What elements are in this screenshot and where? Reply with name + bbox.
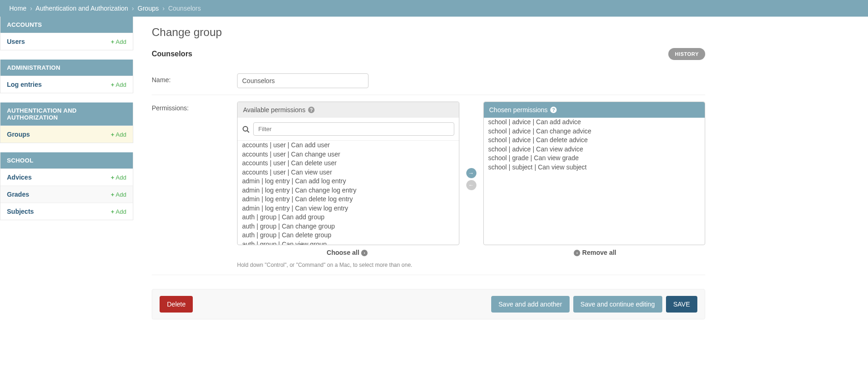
- permission-option[interactable]: accounts | user | Can add user: [238, 141, 459, 150]
- chevron-left-icon: ‹: [574, 250, 580, 256]
- sidebar-add-link[interactable]: + Add: [111, 174, 126, 181]
- available-list[interactable]: accounts | user | Can add useraccounts |…: [238, 141, 459, 245]
- sidebar-item: Users+ Add: [0, 33, 133, 50]
- breadcrumb-model[interactable]: Groups: [137, 5, 159, 12]
- sidebar-item: Subjects+ Add: [0, 203, 133, 220]
- sidebar-item: Grades+ Add: [0, 186, 133, 203]
- permission-option[interactable]: admin | log entry | Can delete log entry: [238, 195, 459, 204]
- chosen-title: Chosen permissions: [489, 106, 548, 114]
- page-title: Change group: [152, 26, 705, 39]
- chosen-list[interactable]: school | advice | Can add adviceschool |…: [484, 118, 705, 244]
- permission-option[interactable]: auth | group | Can change group: [238, 222, 459, 231]
- sidebar-item: Advices+ Add: [0, 168, 133, 186]
- sidebar-model-link[interactable]: Advices: [7, 174, 32, 181]
- field-name: Name:: [152, 67, 705, 95]
- plus-icon: +: [111, 191, 114, 198]
- save-button[interactable]: SAVE: [666, 296, 697, 313]
- sidebar-add-link[interactable]: + Add: [111, 208, 126, 215]
- field-permissions: Permissions: Available permissions ?: [152, 95, 705, 275]
- sidebar-model-link[interactable]: Users: [7, 38, 25, 45]
- submit-row: Delete Save and add another Save and con…: [152, 289, 705, 319]
- permission-option[interactable]: auth | group | Can delete group: [238, 231, 459, 240]
- selector-arrows: → ←: [466, 102, 476, 256]
- permission-option[interactable]: admin | log entry | Can view log entry: [238, 204, 459, 213]
- object-name: Counselors: [152, 50, 192, 58]
- plus-icon: +: [111, 131, 114, 138]
- help-icon[interactable]: ?: [308, 107, 315, 113]
- permission-option[interactable]: admin | log entry | Can add log entry: [238, 177, 459, 186]
- history-button[interactable]: HISTORY: [668, 48, 705, 60]
- permissions-label: Permissions:: [152, 102, 237, 112]
- plus-icon: +: [111, 81, 114, 88]
- sidebar-item: Log entries+ Add: [0, 76, 133, 93]
- choose-all-link[interactable]: Choose all›: [237, 245, 459, 256]
- sidebar-section-header: ACCOUNTS: [0, 17, 133, 33]
- add-arrow-button[interactable]: →: [466, 168, 476, 178]
- sidebar-model-link[interactable]: Grades: [7, 191, 29, 198]
- sidebar-model-link[interactable]: Subjects: [7, 208, 34, 215]
- sidebar-section-header: SCHOOL: [0, 152, 133, 168]
- remove-arrow-button[interactable]: ←: [466, 180, 476, 190]
- sidebar-section-header: AUTHENTICATION AND AUTHORIZATION: [0, 102, 133, 126]
- remove-all-link[interactable]: ‹Remove all: [483, 245, 706, 256]
- chevron-right-icon: ›: [361, 250, 368, 256]
- breadcrumb-current: Counselors: [168, 5, 201, 12]
- permission-option[interactable]: school | advice | Can view advice: [484, 145, 705, 154]
- save-continue-button[interactable]: Save and continue editing: [573, 296, 662, 313]
- sidebar-add-link[interactable]: + Add: [111, 131, 126, 138]
- filter-input[interactable]: [253, 122, 454, 136]
- permission-option[interactable]: auth | group | Can view group: [238, 240, 459, 245]
- main-content: Change group Counselors HISTORY Name: Pe…: [133, 17, 714, 329]
- breadcrumb: Home › Authentication and Authorization …: [0, 0, 868, 17]
- permission-option[interactable]: school | advice | Can delete advice: [484, 136, 705, 145]
- breadcrumb-home[interactable]: Home: [9, 5, 26, 12]
- permission-option[interactable]: accounts | user | Can change user: [238, 150, 459, 159]
- sidebar-add-link[interactable]: + Add: [111, 191, 126, 198]
- permission-option[interactable]: admin | log entry | Can change log entry: [238, 186, 459, 195]
- permission-option[interactable]: school | advice | Can change advice: [484, 127, 705, 136]
- plus-icon: +: [111, 208, 114, 215]
- sidebar-add-link[interactable]: + Add: [111, 81, 126, 88]
- search-icon: [242, 126, 250, 133]
- sidebar: ACCOUNTSUsers+ AddADMINISTRATIONLog entr…: [0, 17, 133, 329]
- permission-option[interactable]: auth | group | Can add group: [238, 213, 459, 222]
- permission-option[interactable]: accounts | user | Can view user: [238, 168, 459, 177]
- svg-line-1: [247, 131, 249, 132]
- plus-icon: +: [111, 38, 114, 45]
- delete-button[interactable]: Delete: [160, 296, 193, 313]
- chosen-permissions-box: Chosen permissions ? school | advice | C…: [483, 102, 706, 245]
- sidebar-model-link[interactable]: Log entries: [7, 81, 42, 88]
- breadcrumb-sep: ›: [161, 5, 166, 12]
- available-title: Available permissions: [243, 106, 305, 114]
- permission-option[interactable]: school | grade | Can view grade: [484, 154, 705, 163]
- name-input[interactable]: [237, 73, 369, 88]
- help-text: Hold down "Control", or "Command" on a M…: [237, 262, 705, 268]
- breadcrumb-app[interactable]: Authentication and Authorization: [36, 5, 128, 12]
- help-icon[interactable]: ?: [550, 107, 557, 113]
- svg-point-0: [243, 126, 248, 131]
- sidebar-item: Groups+ Add: [0, 126, 133, 143]
- breadcrumb-sep: ›: [130, 5, 136, 12]
- save-add-another-button[interactable]: Save and add another: [491, 296, 570, 313]
- sidebar-section-header: ADMINISTRATION: [0, 60, 133, 76]
- permission-option[interactable]: accounts | user | Can delete user: [238, 159, 459, 168]
- breadcrumb-sep: ›: [28, 5, 34, 12]
- plus-icon: +: [111, 174, 114, 181]
- name-label: Name:: [152, 73, 237, 84]
- permission-option[interactable]: school | subject | Can view subject: [484, 163, 705, 172]
- sidebar-add-link[interactable]: + Add: [111, 38, 126, 45]
- permission-option[interactable]: school | advice | Can add advice: [484, 118, 705, 127]
- available-permissions-box: Available permissions ? accounts | user …: [237, 102, 459, 245]
- sidebar-model-link[interactable]: Groups: [7, 131, 30, 138]
